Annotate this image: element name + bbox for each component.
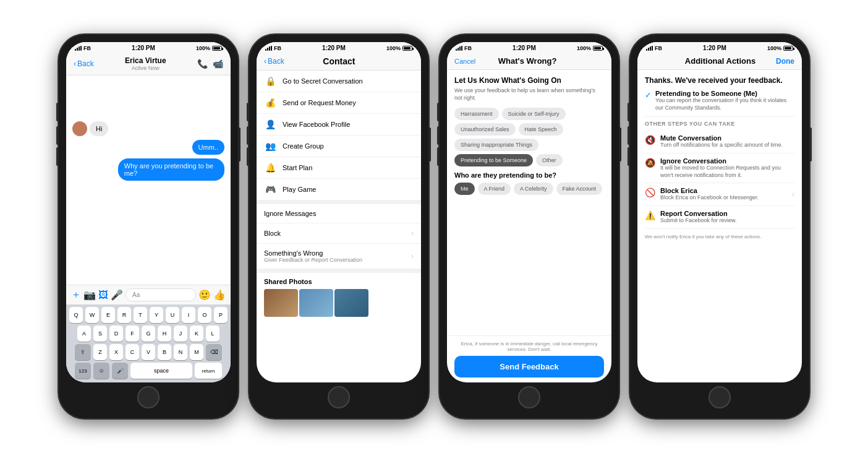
- shift-key[interactable]: ⇧: [75, 344, 91, 360]
- tag-suicide[interactable]: Suicide or Self-Injury: [502, 108, 566, 120]
- key-w[interactable]: W: [85, 307, 99, 323]
- action-desc: Turn off notifications for a specific am…: [660, 142, 783, 149]
- message-input[interactable]: Aa: [126, 288, 196, 301]
- menu-item-secret[interactable]: 🔒 Go to Secret Conversation: [257, 71, 421, 92]
- send-feedback-button[interactable]: Send Feedback: [454, 356, 604, 378]
- backspace-key[interactable]: ⌫: [206, 344, 222, 360]
- call-icon[interactable]: 📞: [197, 59, 208, 69]
- tag-harrassment[interactable]: Harrassment: [454, 108, 499, 120]
- ptag-celebrity[interactable]: A Celebrity: [514, 183, 553, 195]
- key-r[interactable]: R: [117, 307, 131, 323]
- back-button[interactable]: ‹ Back: [74, 59, 94, 68]
- shared-photos-section: Shared Photos: [257, 273, 421, 319]
- key-s[interactable]: S: [93, 326, 107, 342]
- battery-icon: [402, 46, 412, 51]
- photo-icon[interactable]: 🖼: [98, 290, 108, 301]
- menu-label: Create Group: [283, 142, 324, 150]
- num-key[interactable]: 123: [75, 363, 91, 379]
- ptag-me[interactable]: Me: [454, 183, 475, 195]
- key-x[interactable]: X: [109, 344, 123, 360]
- key-m[interactable]: M: [190, 344, 203, 360]
- mic-key[interactable]: 🎤: [112, 363, 128, 379]
- menu-item-plan[interactable]: 🔔 Start Plan: [257, 157, 421, 179]
- plus-icon[interactable]: ＋: [71, 288, 81, 301]
- tag-pretending[interactable]: Pretending to be Someone: [454, 154, 533, 166]
- home-button[interactable]: [518, 386, 540, 408]
- group-icon: 👥: [264, 141, 276, 151]
- phone-contact: FB 1:20 PM 100% ‹ Back Contact: [249, 35, 428, 418]
- key-p[interactable]: P: [214, 307, 228, 323]
- message-bubble: Why are you pretending to be me?: [118, 158, 224, 181]
- menu-label: Go to Secret Conversation: [283, 77, 363, 85]
- home-button[interactable]: [708, 386, 731, 408]
- key-k[interactable]: K: [190, 326, 203, 342]
- video-icon[interactable]: 📹: [213, 59, 223, 69]
- pretend-tag-group: Me A Friend A Celebrity Fake Account: [454, 183, 604, 195]
- action-label: Block Erica: [660, 187, 759, 194]
- home-button[interactable]: [328, 386, 350, 408]
- key-o[interactable]: O: [198, 307, 211, 323]
- menu-item-ignore[interactable]: Ignore Messages: [257, 204, 421, 223]
- key-u[interactable]: U: [166, 307, 179, 323]
- space-key[interactable]: space: [130, 363, 192, 379]
- chevron-icon: ›: [411, 229, 414, 238]
- menu-item-game[interactable]: 🎮 Play Game: [257, 179, 421, 201]
- key-v[interactable]: V: [142, 344, 155, 360]
- key-j[interactable]: J: [174, 326, 187, 342]
- tag-sales[interactable]: Unauthorized Sales: [454, 123, 516, 136]
- back-chevron: ‹: [74, 59, 76, 68]
- ww-body: Let Us Know What's Going On We use your …: [447, 70, 611, 335]
- menu-label: Ignore Messages: [264, 210, 316, 217]
- key-t[interactable]: T: [134, 307, 147, 323]
- emoji-icon[interactable]: 🙂: [198, 289, 211, 301]
- key-i[interactable]: I: [182, 307, 195, 323]
- signal-icon: [646, 46, 653, 51]
- menu-item-group[interactable]: 👥 Create Group: [257, 136, 421, 157]
- action-report[interactable]: ⚠️ Report Conversation Submit to Faceboo…: [645, 206, 794, 229]
- key-e[interactable]: E: [101, 307, 115, 323]
- ignore-icon: 🔕: [645, 158, 655, 168]
- menu-label: Send or Request Money: [283, 99, 356, 106]
- other-steps-label: OTHER STEPS YOU CAN TAKE: [645, 121, 794, 127]
- tag-hate[interactable]: Hate Speech: [519, 123, 563, 136]
- home-button[interactable]: [137, 386, 160, 408]
- battery-icon: [212, 46, 222, 51]
- menu-item-wrong[interactable]: Something's Wrong Giver Feedback or Repo…: [257, 244, 421, 269]
- photo-thumb-1: [264, 289, 298, 317]
- key-c[interactable]: C: [126, 344, 139, 360]
- menu-item-money[interactable]: 💰 Send or Request Money: [257, 92, 421, 114]
- menu-item-profile[interactable]: 👤 View Facebook Profile: [257, 114, 421, 136]
- key-d[interactable]: D: [109, 326, 123, 342]
- key-n[interactable]: N: [174, 344, 187, 360]
- mic-icon[interactable]: 🎤: [111, 289, 123, 301]
- ptag-friend[interactable]: A Friend: [478, 183, 511, 195]
- key-f[interactable]: F: [126, 326, 139, 342]
- tag-other[interactable]: Other: [536, 154, 563, 166]
- menu-item-block[interactable]: Block ›: [257, 223, 421, 244]
- return-key[interactable]: return: [195, 363, 222, 379]
- back-button[interactable]: ‹ Back: [264, 57, 284, 66]
- key-y[interactable]: Y: [150, 307, 163, 323]
- key-l[interactable]: L: [206, 326, 219, 342]
- time-label: 1:20 PM: [132, 45, 155, 51]
- cancel-button[interactable]: Cancel: [454, 58, 475, 65]
- action-ignore[interactable]: 🔕 Ignore Conversation It will be moved t…: [645, 153, 794, 183]
- key-a[interactable]: A: [77, 326, 91, 342]
- key-h[interactable]: H: [158, 326, 171, 342]
- key-q[interactable]: Q: [69, 307, 83, 323]
- key-g[interactable]: G: [142, 326, 155, 342]
- key-z[interactable]: Z: [93, 344, 107, 360]
- battery-icon: [783, 46, 793, 51]
- camera-icon[interactable]: 📷: [83, 289, 96, 301]
- action-mute[interactable]: 🔇 Mute Conversation Turn off notificatio…: [645, 131, 794, 153]
- tag-sharing[interactable]: Sharing Inappropriate Things: [454, 139, 538, 151]
- phone-2: FB 1:20 PM 100% ‹ Back Contact: [249, 35, 428, 418]
- done-button[interactable]: Done: [776, 57, 794, 66]
- ptag-fake[interactable]: Fake Account: [556, 183, 603, 195]
- ww-heading: Let Us Know What's Going On: [454, 76, 604, 85]
- action-block[interactable]: 🚫 Block Erica Block Erica on Facebook or…: [645, 183, 794, 206]
- key-b[interactable]: B: [158, 344, 171, 360]
- thumbs-up-icon[interactable]: 👍: [213, 289, 226, 301]
- menu-section-actions: Ignore Messages Block › Something's Wron…: [257, 204, 421, 273]
- emoji-key[interactable]: ☺: [93, 363, 109, 379]
